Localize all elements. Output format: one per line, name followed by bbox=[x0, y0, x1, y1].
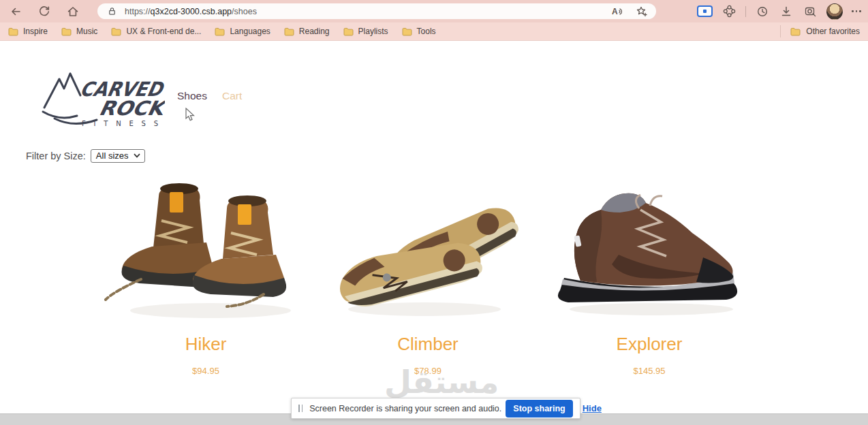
address-bar-actions: A bbox=[610, 4, 649, 19]
product-card-hiker: Hiker $94.95 bbox=[93, 170, 318, 376]
mouse-cursor bbox=[185, 108, 195, 124]
url-path: /shoes bbox=[232, 7, 257, 16]
size-filter-select[interactable]: All sizes bbox=[91, 149, 145, 163]
product-image-hiker[interactable] bbox=[93, 170, 318, 328]
bookmark-folder-music[interactable]: Music bbox=[61, 27, 97, 36]
bookmark-label: Reading bbox=[299, 27, 330, 36]
filter-row: Filter by Size: All sizes bbox=[26, 149, 145, 163]
bookmark-label: Languages bbox=[230, 27, 270, 36]
url-domain: q3x2cd-3000.csb.app bbox=[151, 7, 232, 16]
more-menu-icon[interactable] bbox=[852, 10, 861, 12]
web-capture-icon[interactable] bbox=[803, 4, 818, 19]
bookmark-label: UX & Front-end de... bbox=[126, 27, 201, 36]
product-card-climber: Climber $78.99 bbox=[315, 170, 540, 376]
product-title[interactable]: Climber bbox=[315, 334, 540, 355]
back-icon[interactable] bbox=[8, 4, 23, 19]
product-image-explorer[interactable] bbox=[537, 170, 762, 328]
folder-icon bbox=[343, 27, 354, 36]
downloads-icon[interactable] bbox=[779, 4, 794, 19]
bookmark-folder-languages[interactable]: Languages bbox=[215, 27, 270, 36]
hide-banner-link[interactable]: Hide bbox=[583, 403, 602, 413]
stop-sharing-button[interactable]: Stop sharing bbox=[506, 400, 572, 418]
folder-icon bbox=[402, 27, 412, 36]
profile-avatar[interactable] bbox=[826, 3, 843, 20]
nav-link-shoes[interactable]: Shoes bbox=[177, 90, 207, 102]
filter-label: Filter by Size: bbox=[26, 151, 86, 161]
read-aloud-icon[interactable]: A bbox=[610, 4, 625, 19]
bookmark-folder-tools[interactable]: Tools bbox=[402, 27, 436, 36]
product-title[interactable]: Hiker bbox=[93, 334, 318, 355]
bookmark-label: Playlists bbox=[358, 27, 388, 36]
bookmark-label: Tools bbox=[417, 27, 436, 36]
size-filter-value: All sizes bbox=[96, 151, 129, 161]
lock-icon[interactable] bbox=[104, 4, 119, 19]
browser-nav-buttons bbox=[8, 0, 80, 22]
folder-icon bbox=[790, 27, 801, 36]
other-favorites-label: Other favorites bbox=[806, 27, 860, 36]
sharing-message: Screen Recorder is sharing your screen a… bbox=[309, 404, 501, 413]
bookmark-folder-ux-frontend[interactable]: UX & Front-end de... bbox=[111, 27, 201, 36]
tab-sharing-indicator-icon[interactable] bbox=[697, 5, 713, 17]
url-scheme: https:// bbox=[125, 7, 151, 16]
product-card-explorer: Explorer $145.95 bbox=[537, 170, 762, 376]
bookmark-label: Music bbox=[76, 27, 97, 36]
browser-window: https://q3x2cd-3000.csb.app/shoes A bbox=[0, 0, 868, 425]
screen-sharing-banner: Screen Recorder is sharing your screen a… bbox=[291, 398, 580, 419]
drag-grip-icon[interactable] bbox=[298, 405, 303, 412]
bookmark-label: Inspire bbox=[23, 27, 48, 36]
product-price: $145.95 bbox=[537, 366, 762, 376]
bookmarks-bar: Inspire Music UX & Front-end de... Langu… bbox=[0, 22, 868, 41]
add-favorite-star-icon[interactable] bbox=[634, 4, 649, 19]
toolbar-right-icons bbox=[697, 0, 864, 22]
folder-icon bbox=[111, 27, 121, 36]
folder-icon bbox=[8, 27, 18, 36]
chevron-down-icon bbox=[134, 153, 140, 158]
product-image-climber[interactable] bbox=[315, 170, 540, 328]
history-icon[interactable] bbox=[755, 4, 770, 19]
product-price: $94.95 bbox=[93, 366, 318, 376]
refresh-icon[interactable] bbox=[37, 4, 52, 19]
other-favorites[interactable]: Other favorites bbox=[780, 25, 860, 37]
nav-link-cart[interactable]: Cart bbox=[222, 90, 242, 102]
main-nav: Shoes Cart bbox=[177, 90, 242, 102]
folder-icon bbox=[215, 27, 225, 36]
folder-icon bbox=[284, 27, 294, 36]
svg-text:A: A bbox=[612, 7, 618, 16]
browser-toolbar: https://q3x2cd-3000.csb.app/shoes A bbox=[0, 0, 868, 22]
product-title[interactable]: Explorer bbox=[537, 334, 762, 355]
toolbar-divider bbox=[745, 6, 746, 17]
logo-word-fitness: FITNESS bbox=[82, 120, 162, 127]
watermark-arabic: مستقل bbox=[373, 364, 510, 400]
bookmark-folder-reading[interactable]: Reading bbox=[284, 27, 330, 36]
address-bar[interactable]: https://q3x2cd-3000.csb.app/shoes A bbox=[97, 3, 656, 19]
carved-rock-logo[interactable]: CARVED ROCK FITNESS bbox=[41, 65, 165, 129]
folder-icon bbox=[61, 27, 72, 36]
bookmark-folder-inspire[interactable]: Inspire bbox=[8, 27, 48, 36]
home-icon[interactable] bbox=[65, 4, 80, 19]
logo-word-rock: ROCK bbox=[97, 97, 165, 120]
extensions-icon[interactable] bbox=[722, 4, 737, 19]
bookmark-folder-playlists[interactable]: Playlists bbox=[343, 27, 388, 36]
url-text[interactable]: https://q3x2cd-3000.csb.app/shoes bbox=[125, 7, 604, 16]
